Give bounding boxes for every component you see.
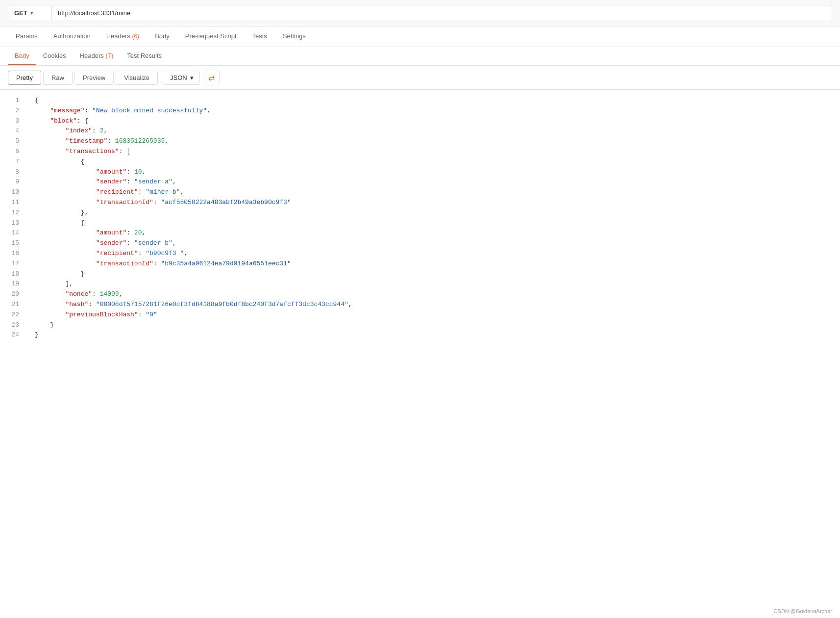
line-number: 23: [0, 320, 27, 331]
response-tab-cookies[interactable]: Cookies: [36, 47, 73, 65]
code-content: { "message": "New block mined successful…: [27, 90, 840, 384]
code-line: "index": 2,: [27, 126, 840, 136]
visualize-button[interactable]: Visualize: [116, 71, 158, 85]
code-line: "nonce": 14099,: [27, 289, 840, 300]
response-headers-badge: (7): [105, 52, 113, 59]
code-line: "transactionId": "b9c35a4a96124ea79d9194…: [27, 259, 840, 269]
format-chevron-icon: ▾: [190, 74, 194, 81]
code-line: "recipient": "b90c9f3 ",: [27, 249, 840, 259]
format-select[interactable]: JSON ▾: [164, 71, 200, 85]
tab-pre-request-script[interactable]: Pre-request Script: [177, 26, 245, 47]
code-line: "block": {: [27, 116, 840, 127]
line-number: 13: [0, 218, 27, 229]
raw-button[interactable]: Raw: [43, 71, 73, 85]
method-chevron-icon: ▾: [30, 10, 33, 16]
code-line: "hash": "00008df57157281f26e0cf3fd84188a…: [27, 300, 840, 310]
tab-body[interactable]: Body: [147, 26, 177, 47]
format-select-label: JSON: [170, 74, 187, 81]
line-number: 21: [0, 300, 27, 310]
line-number: 7: [0, 157, 27, 167]
line-number: 11: [0, 198, 27, 208]
tab-headers[interactable]: Headers (6): [99, 26, 147, 47]
line-number: 14: [0, 228, 27, 238]
code-area: 123456789101112131415161718192021222324 …: [0, 90, 840, 384]
response-tabs: Body Cookies Headers (7) Test Results: [0, 47, 840, 66]
pretty-button[interactable]: Pretty: [8, 71, 41, 85]
line-number: 5: [0, 136, 27, 147]
code-line: "amount": 10,: [27, 167, 840, 178]
method-label: GET: [14, 9, 27, 17]
response-tab-test-results[interactable]: Test Results: [120, 47, 169, 65]
line-numbers: 123456789101112131415161718192021222324: [0, 90, 27, 384]
code-line: "amount": 20,: [27, 228, 840, 238]
code-line: {: [27, 96, 840, 106]
code-line: {: [27, 218, 840, 229]
line-number: 22: [0, 310, 27, 320]
wrap-button[interactable]: ⇄: [204, 70, 220, 85]
response-tab-headers[interactable]: Headers (7): [73, 47, 121, 65]
line-number: 16: [0, 249, 27, 259]
line-number: 2: [0, 106, 27, 116]
line-number: 1: [0, 96, 27, 106]
line-number: 20: [0, 289, 27, 300]
line-number: 10: [0, 187, 27, 198]
code-line: "previousBlockHash": "0": [27, 310, 840, 320]
code-line: "recipient": "miner b",: [27, 187, 840, 198]
format-toolbar: Pretty Raw Preview Visualize JSON ▾ ⇄: [0, 66, 840, 90]
line-number: 24: [0, 330, 27, 340]
tab-params[interactable]: Params: [8, 26, 46, 47]
response-tab-body[interactable]: Body: [8, 47, 36, 65]
request-tabs: Params Authorization Headers (6) Body Pr…: [0, 26, 840, 47]
code-line: {: [27, 157, 840, 167]
line-number: 19: [0, 279, 27, 289]
line-number: 17: [0, 259, 27, 269]
line-number: 3: [0, 116, 27, 127]
line-number: 6: [0, 147, 27, 157]
code-line: "sender": "sender a",: [27, 177, 840, 187]
tab-tests[interactable]: Tests: [245, 26, 275, 47]
tab-settings[interactable]: Settings: [275, 26, 314, 47]
method-selector[interactable]: GET ▾: [8, 5, 52, 21]
url-bar: GET ▾: [0, 0, 840, 26]
code-line: "sender": "sender b",: [27, 238, 840, 249]
code-line: },: [27, 208, 840, 218]
wrap-icon: ⇄: [208, 73, 215, 82]
code-line: }: [27, 320, 840, 331]
url-input[interactable]: [52, 5, 832, 21]
code-line: }: [27, 269, 840, 280]
code-line: "transactions": [: [27, 147, 840, 157]
tab-authorization[interactable]: Authorization: [46, 26, 99, 47]
line-number: 15: [0, 238, 27, 249]
line-number: 9: [0, 177, 27, 187]
preview-button[interactable]: Preview: [74, 71, 114, 85]
code-line: ],: [27, 279, 840, 289]
code-line: "transactionId": "acf55058222a483abf2b49…: [27, 198, 840, 208]
code-line: }: [27, 330, 840, 340]
line-number: 4: [0, 126, 27, 136]
code-line: "message": "New block mined successfully…: [27, 106, 840, 116]
headers-badge: (6): [132, 33, 139, 40]
line-number: 18: [0, 269, 27, 280]
line-number: 12: [0, 208, 27, 218]
line-number: 8: [0, 167, 27, 178]
code-line: "timestamp": 1683512265935,: [27, 136, 840, 147]
